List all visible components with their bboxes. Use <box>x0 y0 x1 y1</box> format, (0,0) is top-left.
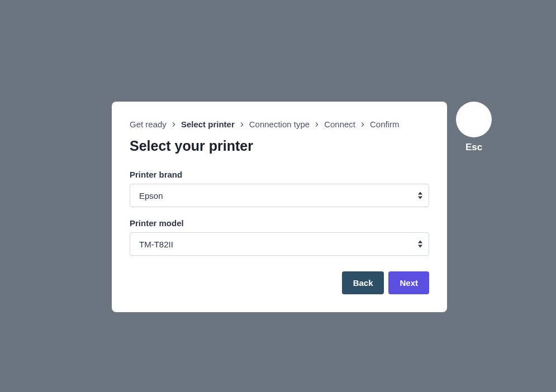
printer-brand-select[interactable]: Epson <box>130 184 429 207</box>
chevron-right-icon <box>238 121 246 128</box>
esc-container: Esc <box>456 102 492 153</box>
button-row: Back Next <box>130 271 429 294</box>
modal-title: Select your printer <box>130 138 429 154</box>
breadcrumb: Get ready Select printer Connection type… <box>130 119 429 129</box>
breadcrumb-connect[interactable]: Connect <box>324 119 355 129</box>
breadcrumb-select-printer[interactable]: Select printer <box>181 119 235 129</box>
printer-brand-label: Printer brand <box>130 170 429 179</box>
next-button[interactable]: Next <box>388 271 429 294</box>
printer-model-label: Printer model <box>130 218 429 228</box>
chevron-right-icon <box>359 121 367 128</box>
modal-container: Get ready Select printer Connection type… <box>112 102 492 312</box>
chevron-right-icon <box>170 121 178 128</box>
back-button[interactable]: Back <box>342 271 384 294</box>
close-button[interactable] <box>456 102 492 137</box>
modal: Get ready Select printer Connection type… <box>112 102 447 312</box>
chevron-right-icon <box>313 121 321 128</box>
printer-brand-select-wrapper: Epson <box>130 184 429 207</box>
form-group-model: Printer model TM-T82II <box>130 218 429 256</box>
printer-model-select-wrapper: TM-T82II <box>130 232 429 256</box>
breadcrumb-get-ready[interactable]: Get ready <box>130 119 167 129</box>
form-group-brand: Printer brand Epson <box>130 170 429 207</box>
esc-label: Esc <box>465 142 482 153</box>
breadcrumb-confirm[interactable]: Confirm <box>370 119 400 129</box>
printer-model-select[interactable]: TM-T82II <box>130 232 429 256</box>
printer-model-value: TM-T82II <box>139 240 173 249</box>
breadcrumb-connection-type[interactable]: Connection type <box>249 119 310 129</box>
printer-brand-value: Epson <box>139 191 163 200</box>
